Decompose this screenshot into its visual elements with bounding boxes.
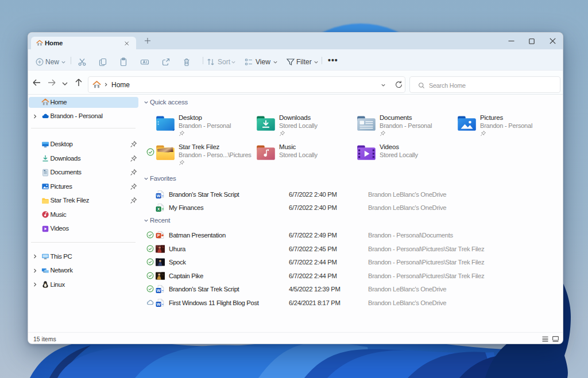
- svg-text:W: W: [157, 302, 161, 306]
- svg-text:P: P: [157, 233, 160, 237]
- svg-text:X: X: [157, 207, 160, 211]
- svg-text:W: W: [157, 193, 161, 197]
- svg-text:W: W: [157, 289, 161, 293]
